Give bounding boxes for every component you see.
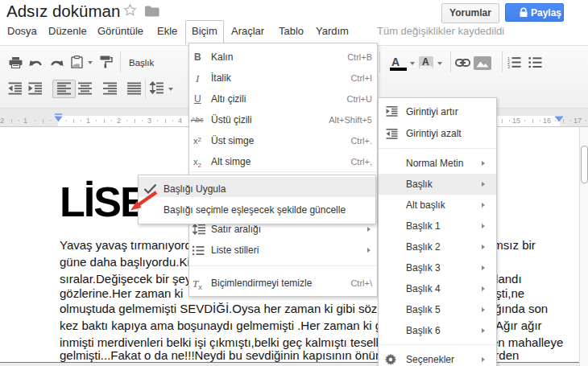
- svg-text:3: 3: [507, 64, 510, 68]
